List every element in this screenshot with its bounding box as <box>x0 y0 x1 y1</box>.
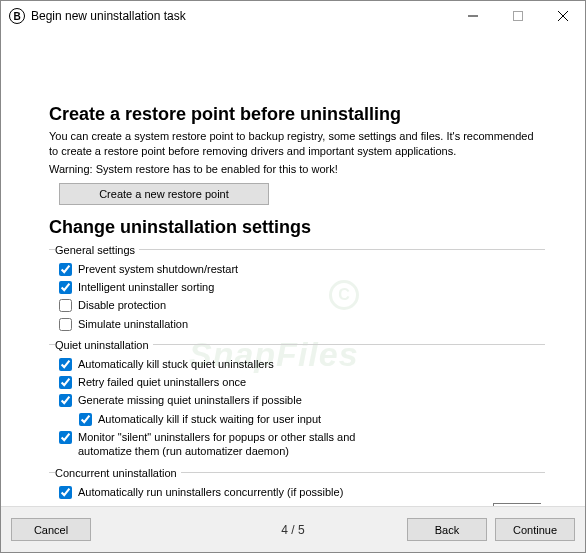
quiet-uninstallation-group: Quiet uninstallation Automatically kill … <box>49 339 545 463</box>
restore-warning: Warning: System restore has to be enable… <box>49 163 545 175</box>
quiet-opt-checkbox-4[interactable] <box>59 431 72 444</box>
quiet-opt-label-0: Automatically kill stuck quiet uninstall… <box>78 357 274 371</box>
concurrent-uninstallation-legend: Concurrent uninstallation <box>55 467 181 479</box>
quiet-opt-checkbox-3[interactable] <box>79 413 92 426</box>
general-opt-row-2: Disable protection <box>49 296 545 314</box>
svg-rect-1 <box>513 12 522 21</box>
page-indicator: 4 / 5 <box>281 523 304 537</box>
max-uninstallers-spinner[interactable]: ▲ ▼ <box>493 503 541 506</box>
general-opt-checkbox-0[interactable] <box>59 263 72 276</box>
general-opt-checkbox-1[interactable] <box>59 281 72 294</box>
app-icon: B <box>9 8 25 24</box>
restore-description: You can create a system restore point to… <box>49 129 545 159</box>
continue-button[interactable]: Continue <box>495 518 575 541</box>
quiet-opt-row-4: Monitor "silent" uninstallers for popups… <box>49 428 545 461</box>
back-button[interactable]: Back <box>407 518 487 541</box>
quiet-opt-label-1: Retry failed quiet uninstallers once <box>78 375 246 389</box>
max-uninstallers-row: Max number of running uninstallers: ▲ ▼ <box>49 501 545 506</box>
quiet-opt-row-0: Automatically kill stuck quiet uninstall… <box>49 355 545 373</box>
concurrent-uninstallation-group: Concurrent uninstallation Automatically … <box>49 467 545 506</box>
settings-heading: Change uninstallation settings <box>49 217 545 238</box>
titlebar: B Begin new uninstallation task <box>1 1 585 31</box>
quiet-opt-label-4: Monitor "silent" uninstallers for popups… <box>78 430 378 459</box>
general-opt-checkbox-2[interactable] <box>59 299 72 312</box>
general-opt-row-0: Prevent system shutdown/restart <box>49 260 545 278</box>
close-button[interactable] <box>540 1 585 31</box>
concurrent-auto-row: Automatically run uninstallers concurren… <box>49 483 545 501</box>
general-opt-checkbox-3[interactable] <box>59 318 72 331</box>
quiet-opt-row-2: Generate missing quiet uninstallers if p… <box>49 391 545 409</box>
minimize-button[interactable] <box>450 1 495 31</box>
general-opt-label-2: Disable protection <box>78 298 166 312</box>
restore-heading: Create a restore point before uninstalli… <box>49 104 545 125</box>
quiet-opt-checkbox-2[interactable] <box>59 394 72 407</box>
footer: Cancel 4 / 5 Back Continue <box>1 506 585 552</box>
quiet-opt-label-2: Generate missing quiet uninstallers if p… <box>78 393 302 407</box>
maximize-button[interactable] <box>495 1 540 31</box>
concurrent-auto-checkbox[interactable] <box>59 486 72 499</box>
max-uninstallers-input[interactable] <box>494 504 585 506</box>
quiet-opt-row-1: Retry failed quiet uninstallers once <box>49 373 545 391</box>
quiet-opt-row-3: Automatically kill if stuck waiting for … <box>49 410 545 428</box>
general-opt-label-0: Prevent system shutdown/restart <box>78 262 238 276</box>
general-opt-row-1: Intelligent uninstaller sorting <box>49 278 545 296</box>
concurrent-auto-label: Automatically run uninstallers concurren… <box>78 485 343 499</box>
general-settings-legend: General settings <box>55 244 139 256</box>
general-opt-label-1: Intelligent uninstaller sorting <box>78 280 214 294</box>
quiet-uninstallation-legend: Quiet uninstallation <box>55 339 153 351</box>
general-settings-group: General settings Prevent system shutdown… <box>49 244 545 335</box>
create-restore-point-button[interactable]: Create a new restore point <box>59 183 269 205</box>
cancel-button[interactable]: Cancel <box>11 518 91 541</box>
quiet-opt-checkbox-1[interactable] <box>59 376 72 389</box>
general-opt-row-3: Simulate uninstallation <box>49 315 545 333</box>
quiet-opt-label-3: Automatically kill if stuck waiting for … <box>98 412 321 426</box>
quiet-opt-checkbox-0[interactable] <box>59 358 72 371</box>
window-title: Begin new uninstallation task <box>31 9 450 23</box>
general-opt-label-3: Simulate uninstallation <box>78 317 188 331</box>
